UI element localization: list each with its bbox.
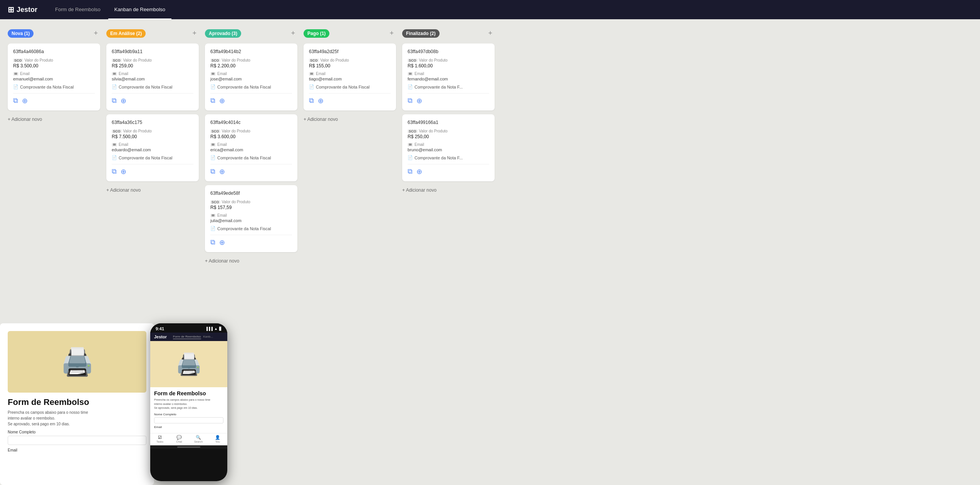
card-63ffa49b414b2[interactable]: 63ffa49b414b2 SCO Valor do Produto R$ 2.… [205, 43, 297, 110]
copy-btn[interactable]: ⧉ [13, 97, 18, 105]
card-valor-field: SCO Valor do Produto R$ 3.600,00 [210, 129, 292, 139]
sco-badge: SCO [112, 129, 122, 133]
column-add-btn-nova[interactable]: + [91, 28, 100, 38]
phone-nav-search[interactable]: 🔍 Search [189, 435, 208, 443]
phone-desc1: Preencha os campos abaixo para o nosso t… [154, 398, 223, 402]
email-icon: ✉ [210, 143, 216, 147]
phone-form: Form de Reembolso Preencha os campos aba… [150, 387, 227, 433]
card-63ffa497db08b[interactable]: 63ffa497db08b SCO Valor do Produto R$ 1.… [402, 43, 495, 110]
phone-tab2[interactable]: Kanb... [203, 335, 213, 339]
copy-btn[interactable]: ⧉ [309, 97, 314, 105]
column-add-btn-finalizado[interactable]: + [486, 28, 495, 38]
column-header-finalizado: Finalizado (2)+ [402, 27, 495, 40]
sco-badge: SCO [210, 59, 220, 62]
card-valor-value: R$ 157,59 [210, 205, 292, 210]
column-badge-nova: Nova (1) [8, 29, 34, 38]
add-btn[interactable]: ⊕ [416, 97, 422, 105]
card-email-value: julia@email.com [210, 218, 292, 223]
add-btn[interactable]: ⊕ [219, 167, 225, 176]
header-tabs: Form de Reembolso Kanban de Reembolso [49, 0, 171, 19]
column-header-em_analise: Em Análise (2)+ [106, 27, 199, 40]
copy-btn[interactable]: ⧉ [210, 238, 215, 247]
tab-kanban[interactable]: Kanban de Reembolso [108, 0, 171, 19]
card-actions: ⧉ ⊕ [408, 164, 489, 176]
card-valor-value: R$ 1.600,00 [408, 63, 489, 69]
add-btn[interactable]: ⊕ [121, 97, 126, 105]
card-valor-field: SCO Valor do Produto R$ 157,59 [210, 200, 292, 210]
email-icon: ✉ [13, 72, 18, 76]
card-valor-value: R$ 3.500,00 [13, 63, 95, 69]
card-valor-field: SCO Valor do Produto R$ 1.600,00 [408, 58, 489, 69]
add-btn[interactable]: ⊕ [219, 238, 225, 247]
card-63ffa49a2d25f[interactable]: 63ffa49a2d25f SCO Valor do Produto R$ 15… [304, 43, 396, 110]
card-valor-field: SCO Valor do Produto R$ 250,00 [408, 129, 489, 139]
copy-btn[interactable]: ⧉ [112, 167, 117, 176]
card-63ffa4a36c175[interactable]: 63ffa4a36c175 SCO Valor do Produto R$ 7.… [106, 114, 199, 181]
card-63ffa49db9a11[interactable]: 63ffa49db9a11 SCO Valor do Produto R$ 25… [106, 43, 199, 110]
card-id: 63ffa4a36c175 [112, 120, 193, 125]
card-email-field: ✉ Email bruno@email.com [408, 142, 489, 152]
card-attachment: 📄 Comprovante da Nota F... [408, 155, 489, 160]
phone-desc2: interno avaliar o reembolso. [154, 402, 223, 406]
bg-form-desc2: interno avaliar o reembolso. [8, 416, 146, 420]
card-63ffa4a46086a[interactable]: 63ffa4a46086a SCO Valor do Produto R$ 3.… [8, 43, 100, 110]
card-email-value: jose@email.com [210, 77, 292, 81]
card-63ffa499166a1[interactable]: 63ffa499166a1 SCO Valor do Produto R$ 25… [402, 114, 495, 181]
attachment-icon: 📄 [408, 84, 413, 89]
phone-field1-input[interactable] [154, 417, 223, 423]
add-btn[interactable]: ⊕ [22, 97, 28, 105]
attachment-icon: 📄 [408, 155, 413, 160]
card-email-label: ✉ Email [112, 72, 193, 76]
copy-btn[interactable]: ⧉ [408, 167, 413, 176]
card-email-value: eduardo@email.com [112, 147, 193, 152]
add-new-pago[interactable]: + Adicionar novo [304, 114, 396, 124]
card-63ffa49ede58f[interactable]: 63ffa49ede58f SCO Valor do Produto R$ 15… [205, 185, 297, 252]
email-icon: ✉ [210, 72, 216, 76]
copy-btn[interactable]: ⧉ [112, 97, 117, 105]
kanban-column-pago: Pago (1)+ 63ffa49a2d25f SCO Valor do Pro… [304, 27, 396, 124]
add-btn[interactable]: ⊕ [121, 167, 126, 176]
phone-nav-chat[interactable]: 💬 Chat [169, 435, 189, 443]
phone-tab1[interactable]: Form de Reembolso [173, 335, 201, 339]
bg-field1-label: Nome Completo [8, 430, 146, 434]
add-btn[interactable]: ⊕ [219, 97, 225, 105]
add-new-aprovado[interactable]: + Adicionar novo [205, 256, 297, 266]
chat-icon: 💬 [176, 435, 182, 440]
card-63ffa49c4014c[interactable]: 63ffa49c4014c SCO Valor do Produto R$ 3.… [205, 114, 297, 181]
add-btn[interactable]: ⊕ [416, 167, 422, 176]
column-add-btn-em_analise[interactable]: + [190, 28, 199, 38]
column-badge-aprovado: Aprovado (3) [205, 29, 241, 38]
mobile-bg-card: 🖨️ Form de Reembolso Preencha os campos … [0, 323, 154, 485]
card-id: 63ffa499166a1 [408, 120, 489, 125]
bg-form-title: Form de Reembolso [8, 397, 146, 407]
copy-btn[interactable]: ⧉ [408, 97, 413, 105]
copy-btn[interactable]: ⧉ [210, 167, 215, 176]
card-email-value: emanuel@email.com [13, 77, 95, 81]
column-add-btn-pago[interactable]: + [387, 28, 396, 38]
add-new-nova[interactable]: + Adicionar novo [8, 114, 100, 124]
tab-form[interactable]: Form de Reembolso [49, 0, 107, 19]
phone-nav-tasks[interactable]: ☑ Tasks [150, 435, 169, 443]
card-attachment: 📄 Comprovante da Nota Fiscal [112, 84, 193, 89]
column-badge-pago: Pago (1) [304, 29, 329, 38]
add-new-em_analise[interactable]: + Adicionar novo [106, 185, 199, 195]
column-add-btn-aprovado[interactable]: + [289, 28, 297, 38]
card-valor-label: SCO Valor do Produto [112, 129, 193, 133]
column-header-aprovado: Aprovado (3)+ [205, 27, 297, 40]
card-valor-field: SCO Valor do Produto R$ 7.500,00 [112, 129, 193, 139]
email-icon: ✉ [112, 143, 117, 147]
add-btn[interactable]: ⊕ [318, 97, 324, 105]
card-actions: ⧉ ⊕ [210, 93, 292, 105]
card-email-label: ✉ Email [408, 72, 489, 76]
kanban-column-em_analise: Em Análise (2)+ 63ffa49db9a11 SCO Valor … [106, 27, 199, 195]
card-email-label: ✉ Email [210, 72, 292, 76]
header: ⊞ Jestor Form de Reembolso Kanban de Ree… [0, 0, 980, 19]
add-new-finalizado[interactable]: + Adicionar novo [402, 185, 495, 195]
phone-nav-you[interactable]: 👤 You [208, 435, 227, 443]
email-icon: ✉ [112, 72, 117, 76]
card-id: 63ffa4a46086a [13, 49, 95, 54]
email-icon: ✉ [408, 72, 413, 76]
attachment-icon: 📄 [309, 84, 314, 89]
card-attachment: 📄 Comprovante da Nota Fiscal [112, 155, 193, 160]
copy-btn[interactable]: ⧉ [210, 97, 215, 105]
